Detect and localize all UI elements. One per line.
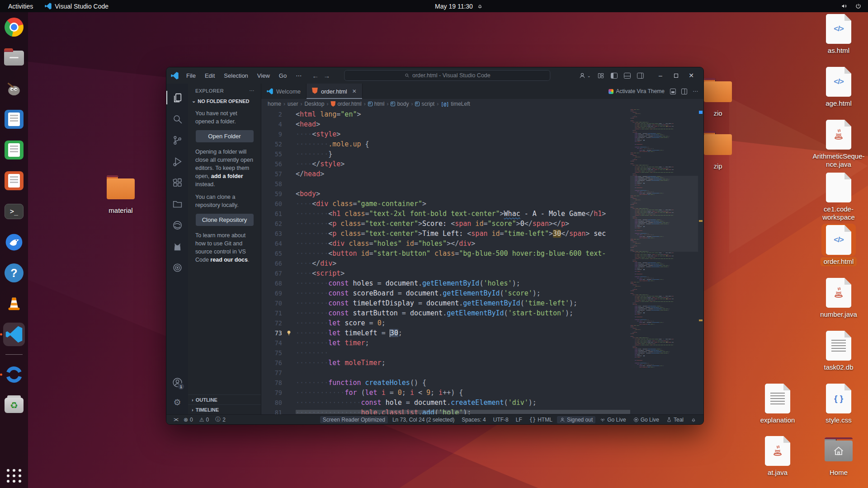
toggle-panel-icon[interactable]: [624, 73, 631, 79]
nav-back-button[interactable]: ←: [312, 72, 319, 80]
code-line-58[interactable]: 58: [261, 179, 630, 189]
outline-section[interactable]: ›OUTLINE: [188, 394, 261, 404]
desktop-icon-style-css[interactable]: { }style.css: [810, 382, 868, 425]
status-errors[interactable]: ⊗0: [181, 416, 196, 423]
timeline-section[interactable]: ›TIMELINE: [188, 404, 261, 414]
desktop-icon-arithmeticseque-[interactable]: ArithmeticSeque-nce.java: [810, 118, 868, 169]
activity-target-icon[interactable]: [166, 259, 188, 276]
menu-view[interactable]: View: [253, 70, 274, 81]
activity-browser-icon[interactable]: [166, 216, 188, 234]
status-remote-indicator[interactable]: ><: [171, 416, 180, 423]
desktop-icon-order-html[interactable]: </>order.html: [810, 224, 868, 266]
desktop-icon-material[interactable]: material: [92, 173, 150, 215]
toggle-secondary-sidebar-icon[interactable]: [637, 73, 644, 79]
status-screen-reader[interactable]: Screen Reader Optimized: [320, 416, 388, 423]
code-line-60[interactable]: 60····<div class="game-container">: [261, 199, 630, 209]
dock-item-vlc[interactable]: [3, 293, 25, 314]
minimap[interactable]: <html lang="en"><head>····<style>·······…: [630, 109, 698, 414]
code-line-68[interactable]: 68········const holes = document.getElem…: [261, 278, 630, 288]
activity-folder-icon[interactable]: [166, 195, 188, 212]
window-titlebar[interactable]: FileEditSelectionViewGo⋯ ← → order.html …: [166, 67, 703, 84]
command-center-search[interactable]: order.html - Visual Studio Code: [344, 70, 550, 81]
activity-settings-icon[interactable]: ⚙: [166, 394, 188, 411]
status-notifications[interactable]: [688, 417, 699, 423]
dock-item-libreoffice-writer[interactable]: [3, 108, 25, 130]
breadcrumb-item-script[interactable]: script: [415, 101, 434, 107]
status-teal[interactable]: Teal: [664, 416, 686, 423]
tab-close-icon[interactable]: ✕: [352, 88, 357, 94]
dock-item-terminal[interactable]: >_: [3, 201, 25, 222]
editor-more-actions-icon[interactable]: ⋯: [693, 88, 698, 94]
code-line-67[interactable]: 67····<script>: [261, 268, 630, 278]
dock-item-libreoffice-impress[interactable]: [3, 170, 25, 192]
activity-cat-icon[interactable]: [166, 238, 188, 255]
dock-item-chrome[interactable]: [3, 16, 25, 38]
dock-item-vscode[interactable]: [3, 324, 25, 345]
add-a-folder-link[interactable]: add a folder: [211, 173, 243, 179]
code-line-66[interactable]: 66····</div>: [261, 258, 630, 268]
menu-edit[interactable]: Edit: [201, 70, 219, 81]
minimize-button[interactable]: –: [653, 72, 668, 79]
dock-item-files[interactable]: [3, 47, 25, 69]
code-line-2[interactable]: 2<html lang="en">: [261, 109, 630, 119]
horizontal-scrollbar[interactable]: [296, 410, 630, 414]
status-eol[interactable]: LF: [513, 416, 525, 423]
breadcrumb-item-home[interactable]: home: [268, 101, 281, 107]
activity-extensions-icon[interactable]: [166, 174, 188, 191]
status-indentation[interactable]: Spaces: 4: [459, 416, 488, 423]
power-icon[interactable]: [855, 3, 862, 9]
dock-item-libreoffice-calc[interactable]: [3, 139, 25, 161]
nav-forward-button[interactable]: →: [323, 72, 330, 80]
breadcrumb-item-timeleft[interactable]: [@]timeLeft: [441, 101, 470, 107]
code-line-73[interactable]: 73········let timeLeft = 30;: [261, 328, 630, 338]
clone-repository-button[interactable]: Clone Repository: [196, 214, 254, 226]
open-folder-button[interactable]: Open Folder: [196, 130, 254, 142]
status-cursor-position[interactable]: Ln 73, Col 24 (2 selected): [390, 416, 457, 423]
breadcrumb-item-html[interactable]: html: [368, 101, 385, 107]
code-line-70[interactable]: 70········const timeLeftDisplay = docume…: [261, 298, 630, 308]
dock-item-help[interactable]: ?: [3, 262, 25, 284]
code-line-63[interactable]: 63········<p class="text-center">Time Le…: [261, 229, 630, 239]
menu-[interactable]: ⋯: [292, 70, 306, 81]
code-line-79[interactable]: 79············for (let i = 0; i < 9; i++…: [261, 388, 630, 398]
no-folder-section-header[interactable]: ⌄ NO FOLDER OPENED: [188, 96, 261, 106]
focused-app-menu[interactable]: Visual Studio Code: [45, 3, 108, 10]
dock-item-blue-ring-app[interactable]: [3, 364, 25, 385]
status-go-live-1[interactable]: Go Live: [597, 416, 628, 423]
code-line-75[interactable]: 75········: [261, 348, 630, 358]
desktop-icon-as-html[interactable]: </>as.html: [810, 13, 868, 55]
code-line-61[interactable]: 61········<h1 class="text-2xl font-bold …: [261, 209, 630, 219]
menu-go[interactable]: Go: [275, 70, 291, 81]
desktop-icon-age-html[interactable]: </>age.html: [810, 66, 868, 108]
dock-item-gimp[interactable]: [3, 78, 25, 99]
close-button[interactable]: ✕: [684, 72, 699, 79]
show-applications-button[interactable]: [7, 469, 22, 483]
code-line-56[interactable]: 56····</style>: [261, 159, 630, 169]
account-status-button[interactable]: ⌄: [579, 72, 591, 79]
explorer-more-icon[interactable]: ⋯: [250, 88, 255, 94]
code-line-71[interactable]: 71········const startButton = document.g…: [261, 308, 630, 318]
maximize-button[interactable]: [668, 72, 684, 79]
breadcrumb-item-desktop[interactable]: Desktop: [304, 101, 324, 107]
activity-debug-icon[interactable]: [166, 153, 188, 170]
desktop-icon-number-java[interactable]: number.java: [810, 277, 868, 319]
activity-scm-icon[interactable]: [166, 131, 188, 149]
lightbulb-icon[interactable]: [282, 328, 296, 338]
code-line-76[interactable]: 76········let moleTimer;: [261, 358, 630, 368]
breadcrumb[interactable]: home›user›Desktop›order.html›html›body›s…: [261, 99, 703, 109]
menu-file[interactable]: File: [182, 70, 200, 81]
activity-accounts-icon[interactable]: 1: [166, 374, 188, 391]
desktop-icon-home[interactable]: Home: [810, 435, 868, 477]
code-line-59[interactable]: 59<body>: [261, 189, 630, 199]
customize-layout-icon[interactable]: [597, 72, 604, 79]
code-line-4[interactable]: 4<head>: [261, 119, 630, 129]
status-warnings[interactable]: ⚠0: [197, 416, 212, 423]
status-infos[interactable]: ⓘ2: [212, 415, 228, 424]
dock-item-trash[interactable]: ♻: [3, 394, 25, 416]
clock[interactable]: May 19 11:30: [435, 3, 483, 10]
code-line-64[interactable]: 64········<div class="holes" id="holes">…: [261, 239, 630, 249]
status-signed-out[interactable]: Signed out: [557, 416, 595, 423]
code-line-9[interactable]: 9····<style>: [261, 129, 630, 139]
activate-theme-button[interactable]: Activate Vira Theme: [609, 88, 665, 94]
code-editor[interactable]: 2<html lang="en">4<head>9····<style>52··…: [261, 109, 703, 414]
